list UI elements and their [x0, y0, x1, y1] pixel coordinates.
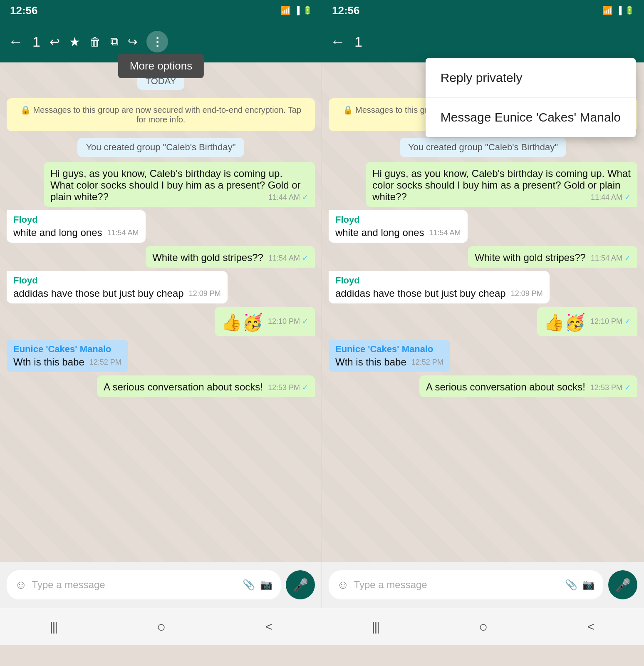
- msg-out-2-left: White with gold stripes?? 11:54 AM ✓: [146, 246, 315, 268]
- back-button-right[interactable]: ←: [330, 33, 345, 50]
- msg-in-floyd-1-left: Floyd white and long ones 11:54 AM: [7, 210, 146, 243]
- toolbar-right: ← 1 Reply privately Message Eunice 'Cake…: [322, 33, 644, 50]
- attach-icon-right[interactable]: 📎: [565, 579, 577, 591]
- chat-area: TODAY 🔒 Messages to this group are now s…: [0, 62, 644, 608]
- status-bar: 12:56 📶 ▐ 🔋 12:56 📶 ▐ 🔋: [0, 0, 644, 21]
- signal-icon-left: ▐: [294, 6, 300, 15]
- chat-messages-right: TODAY 🔒 Messages to this group are now s…: [322, 62, 644, 562]
- reply-button[interactable]: ↩: [50, 35, 60, 49]
- encryption-notice-left[interactable]: 🔒 Messages to this group are now secured…: [7, 98, 315, 131]
- msg-in-eunice-left: Eunice 'Cakes' Manalo Wth is this babe 1…: [7, 340, 128, 372]
- emoji-icon-left: ☺: [15, 578, 27, 591]
- nav-menu-icon-left[interactable]: |||: [50, 620, 57, 634]
- emoji-icon-right: ☺: [337, 578, 349, 591]
- nav-back-icon-left[interactable]: <: [265, 620, 272, 634]
- dropdown-menu: Reply privately Message Eunice 'Cakes' M…: [426, 58, 636, 137]
- chat-messages-left: TODAY 🔒 Messages to this group are now s…: [0, 62, 322, 562]
- chat-panel-left: TODAY 🔒 Messages to this group are now s…: [0, 62, 322, 608]
- nav-bar: ||| ○ < ||| ○ <: [0, 608, 644, 645]
- delete-button[interactable]: 🗑: [89, 35, 101, 49]
- more-button-left[interactable]: ⋮: [146, 31, 168, 52]
- camera-icon-left[interactable]: 📷: [260, 579, 272, 591]
- mic-button-left[interactable]: 🎤: [286, 570, 315, 599]
- battery-icon-left: 🔋: [303, 6, 312, 15]
- msg-out-1-left: Hi guys, as you know, Caleb's birthday i…: [44, 162, 315, 207]
- chat-panel-right: TODAY 🔒 Messages to this group are now s…: [322, 62, 644, 608]
- message-count-left: 1: [32, 34, 40, 50]
- dropdown-item-reply-privately[interactable]: Reply privately: [426, 58, 636, 98]
- msg-out-emoji-left: 👍🥳 12:10 PM ✓: [215, 307, 315, 336]
- copy-button[interactable]: ⧉: [110, 35, 119, 49]
- wifi-icon-right: 📶: [602, 5, 613, 15]
- nav-bar-right: ||| ○ <: [322, 608, 644, 645]
- signal-icon-right: ▐: [616, 6, 622, 15]
- msg-in-floyd-2-left: Floyd addidas have those but just buy ch…: [7, 271, 228, 303]
- dropdown-item-message-eunice[interactable]: Message Eunice 'Cakes' Manalo: [426, 98, 636, 137]
- input-area-right: ☺ Type a message 📎 📷 🎤: [322, 562, 644, 608]
- nav-home-icon-right[interactable]: ○: [479, 618, 488, 636]
- wifi-icon-left: 📶: [280, 5, 291, 15]
- msg-in-eunice-right: Eunice 'Cakes' Manalo Wth is this babe 1…: [329, 340, 450, 372]
- input-box-right[interactable]: ☺ Type a message 📎 📷: [329, 570, 603, 599]
- battery-icon-right: 🔋: [625, 6, 634, 15]
- msg-out-2-right: White with gold stripes?? 11:54 AM ✓: [468, 246, 637, 268]
- nav-back-icon-right[interactable]: <: [587, 620, 594, 634]
- star-button[interactable]: ★: [69, 35, 80, 49]
- mic-button-right[interactable]: 🎤: [608, 570, 637, 599]
- toolbar: ← 1 ↩ ★ 🗑 ⧉ ↪ ⋮ More options ← 1 Reply p…: [0, 21, 644, 62]
- msg-out-1-right: Hi guys, as you know, Caleb's birthday i…: [366, 162, 637, 207]
- camera-icon-right[interactable]: 📷: [582, 579, 595, 591]
- message-count-right: 1: [354, 34, 362, 50]
- group-notice-right: You created group "Caleb's Birthday": [400, 138, 566, 157]
- back-button[interactable]: ←: [8, 33, 23, 50]
- toolbar-left: ← 1 ↩ ★ 🗑 ⧉ ↪ ⋮ More options: [0, 31, 322, 52]
- nav-home-icon-left[interactable]: ○: [157, 618, 166, 636]
- input-area-left: ☺ Type a message 📎 📷 🎤: [0, 562, 322, 608]
- input-box-left[interactable]: ☺ Type a message 📎 📷: [7, 570, 281, 599]
- msg-out-3-left: A serious conversation about socks! 12:5…: [97, 375, 315, 397]
- msg-in-floyd-1-right: Floyd white and long ones 11:54 AM: [329, 210, 468, 243]
- more-options-tooltip: More options: [118, 54, 204, 78]
- msg-out-3-right: A serious conversation about socks! 12:5…: [419, 375, 637, 397]
- status-time-left: 12:56: [10, 4, 38, 17]
- nav-menu-icon-right[interactable]: |||: [372, 620, 379, 634]
- forward-button[interactable]: ↪: [128, 35, 137, 49]
- attach-icon-left[interactable]: 📎: [243, 579, 255, 591]
- group-notice-left: You created group "Caleb's Birthday": [77, 138, 244, 157]
- msg-out-emoji-right: 👍🥳 12:10 PM ✓: [537, 307, 637, 336]
- status-time-right: 12:56: [332, 4, 360, 17]
- nav-bar-left: ||| ○ <: [0, 608, 322, 645]
- msg-in-floyd-2-right: Floyd addidas have those but just buy ch…: [329, 271, 550, 303]
